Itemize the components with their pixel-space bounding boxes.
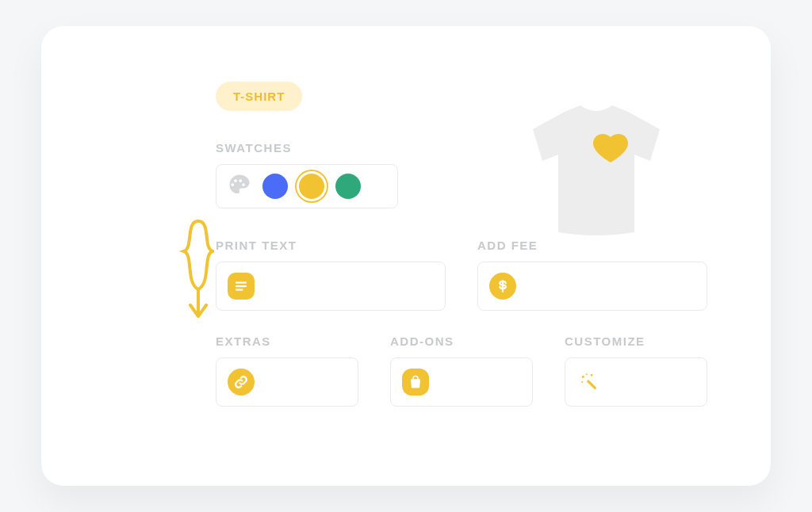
product-type-badge: T-SHIRT	[216, 82, 302, 111]
magic-wand-icon	[576, 369, 603, 395]
text-lines-icon	[228, 273, 255, 300]
shopping-bag-icon	[402, 369, 429, 395]
tshirt-preview	[517, 90, 676, 248]
svg-rect-3	[587, 380, 597, 390]
print-text-field[interactable]	[216, 262, 446, 311]
swatch-blue[interactable]	[262, 174, 288, 199]
svg-point-7	[591, 374, 593, 376]
customize-section: CUSTOMIZE	[565, 334, 707, 407]
extras-label: EXTRAS	[216, 334, 358, 348]
svg-point-6	[581, 381, 583, 383]
addons-section: ADD-ONS	[390, 334, 533, 407]
swatches-box	[216, 164, 398, 208]
extras-field[interactable]	[216, 357, 358, 407]
link-icon	[228, 369, 255, 395]
print-text-label: PRINT TEXT	[216, 239, 446, 252]
extras-section: EXTRAS	[216, 334, 358, 407]
customize-label: CUSTOMIZE	[565, 334, 707, 348]
svg-point-5	[586, 373, 588, 375]
swatch-green[interactable]	[335, 174, 361, 199]
product-config-card: T-SHIRT SWATCHES PRINT TEXT	[41, 26, 771, 486]
svg-point-4	[582, 376, 584, 378]
add-fee-field[interactable]	[477, 262, 707, 311]
add-fee-section: ADD FEE	[477, 239, 707, 311]
print-text-section: PRINT TEXT	[216, 239, 446, 311]
customize-field[interactable]	[565, 357, 707, 407]
addons-field[interactable]	[390, 357, 533, 407]
flow-arrow-icon	[167, 216, 214, 327]
swatch-yellow[interactable]	[299, 174, 324, 199]
palette-icon	[228, 173, 251, 200]
addons-label: ADD-ONS	[390, 334, 533, 348]
dollar-icon	[489, 273, 516, 300]
